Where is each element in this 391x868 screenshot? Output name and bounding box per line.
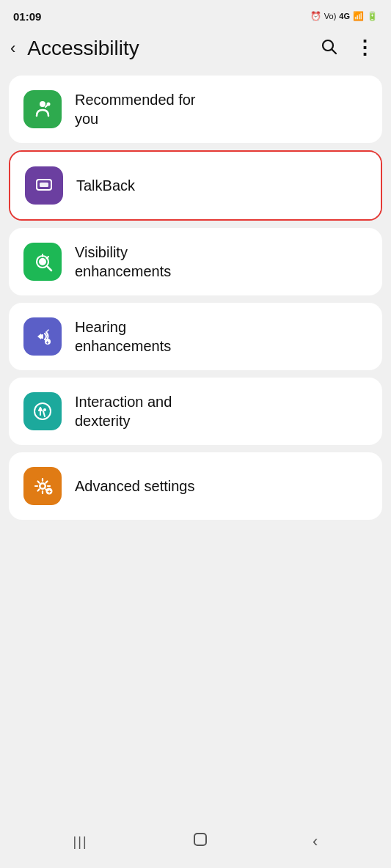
svg-rect-5 <box>40 183 48 187</box>
menu-item-interaction[interactable]: Interaction anddexterity <box>9 378 382 445</box>
advanced-card: + Advanced settings <box>9 452 382 520</box>
talkback-card: TalkBack <box>10 152 381 219</box>
visibility-label: Visibilityenhancements <box>75 243 171 281</box>
nav-menu-button[interactable]: ||| <box>73 834 88 850</box>
svg-text:+: + <box>46 340 49 345</box>
recommended-card: Recommended foryou <box>9 76 382 143</box>
search-button[interactable] <box>314 34 343 62</box>
hearing-icon: + <box>23 317 62 356</box>
advanced-label: Advanced settings <box>75 477 194 496</box>
svg-line-1 <box>332 49 337 54</box>
hearing-card: + Hearingenhancements <box>9 303 382 370</box>
interaction-label: Interaction anddexterity <box>75 392 172 430</box>
recommended-label: Recommended foryou <box>75 90 196 128</box>
menu-item-hearing[interactable]: + Hearingenhancements <box>9 303 382 370</box>
svg-rect-21 <box>194 834 206 845</box>
svg-point-3 <box>47 103 51 106</box>
signal-icon: 📶 <box>353 11 364 21</box>
menu-content: Recommended foryou TalkBack <box>0 70 391 821</box>
svg-text:+: + <box>48 488 51 496</box>
advanced-icon: + <box>23 467 62 505</box>
hearing-label: Hearingenhancements <box>75 317 171 356</box>
interaction-card: Interaction anddexterity <box>9 378 382 445</box>
svg-line-12 <box>47 330 48 331</box>
interaction-icon <box>23 392 62 430</box>
nav-home-button[interactable] <box>190 829 211 854</box>
talkback-highlight-border: TalkBack <box>9 150 382 221</box>
back-button[interactable]: ‹ <box>10 36 21 61</box>
recommended-icon <box>23 90 62 128</box>
page-title: Accessibility <box>27 37 308 60</box>
network-4g-icon: 4G <box>339 12 350 21</box>
more-options-button[interactable]: ⋮ <box>349 34 381 62</box>
svg-line-8 <box>48 267 51 271</box>
visibility-icon <box>23 243 62 281</box>
toolbar: ‹ Accessibility ⋮ <box>0 29 391 70</box>
menu-item-advanced[interactable]: + Advanced settings <box>9 452 382 520</box>
talkback-label: TalkBack <box>76 176 135 195</box>
svg-point-2 <box>40 101 45 107</box>
status-time: 01:09 <box>13 10 41 23</box>
svg-point-18 <box>41 485 45 488</box>
battery-icon: 🔋 <box>367 11 378 21</box>
visibility-card: Visibilityenhancements <box>9 228 382 295</box>
bottom-nav: ||| ‹ <box>0 821 391 868</box>
menu-item-recommended[interactable]: Recommended foryou <box>9 76 382 143</box>
nav-back-button[interactable]: ‹ <box>313 832 318 851</box>
talkback-icon <box>25 166 63 205</box>
status-icons: ⏰ Vo) 4G 📶 🔋 <box>310 11 378 21</box>
svg-rect-11 <box>41 334 43 339</box>
alarm-icon: ⏰ <box>310 11 321 21</box>
status-bar: 01:09 ⏰ Vo) 4G 📶 🔋 <box>0 0 391 29</box>
menu-item-visibility[interactable]: Visibilityenhancements <box>9 228 382 295</box>
volume-icon: Vo) <box>324 12 337 21</box>
menu-item-talkback[interactable]: TalkBack <box>10 152 381 219</box>
svg-point-6 <box>39 258 46 265</box>
